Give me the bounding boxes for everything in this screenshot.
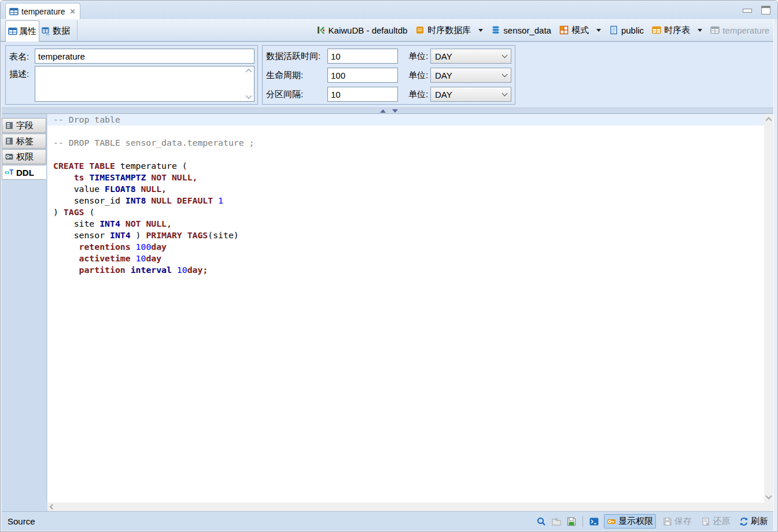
chevron-down-icon[interactable] xyxy=(698,29,702,32)
unit-label: 单位: xyxy=(408,89,430,100)
show-permissions-button[interactable]: 显示权限 xyxy=(604,514,656,529)
code-line: -- Drop table xyxy=(53,114,254,125)
key-icon xyxy=(5,152,14,161)
open-file-icon[interactable] xyxy=(551,516,562,527)
breadcrumb-schema[interactable]: public xyxy=(609,25,644,35)
table-icon xyxy=(9,7,19,16)
ddl-editor[interactable]: -- Drop table -- DROP TABLE sensor_data.… xyxy=(47,114,764,503)
partition-interval-label: 分区间隔: xyxy=(266,89,327,100)
app-window: temperature ✕ 属性 数据 KaiwuDB - defaultdb … xyxy=(0,0,778,532)
tab-data[interactable]: 数据 xyxy=(39,20,78,42)
save-label: 保存 xyxy=(674,516,692,527)
status-source-label: Source xyxy=(1,516,35,526)
breadcrumb-connection[interactable]: KaiwuDB - defaultdb xyxy=(316,25,408,35)
table-name-label: 表名: xyxy=(9,51,29,62)
code-line xyxy=(53,125,254,137)
scroll-down-icon[interactable] xyxy=(245,93,252,99)
rail-tab-tags[interactable]: 标签 xyxy=(2,134,46,149)
collapse-down-icon[interactable] xyxy=(392,109,398,113)
code-line: -- DROP TABLE sensor_data.temperature ; xyxy=(53,137,254,149)
search-icon[interactable] xyxy=(536,516,547,527)
minimize-icon[interactable] xyxy=(743,9,752,13)
description-textarea[interactable] xyxy=(35,66,255,102)
save-icon xyxy=(663,517,672,526)
breadcrumb-table[interactable]: temperature xyxy=(710,25,769,35)
scroll-up-icon[interactable] xyxy=(765,117,772,123)
active-time-unit-select[interactable]: DAY xyxy=(430,49,511,64)
tab-properties-label: 属性 xyxy=(19,26,36,37)
rail-tab-label: 权限 xyxy=(16,152,34,162)
view-tab-bar: 属性 数据 KaiwuDB - defaultdb 时序数据库 sensor_d… xyxy=(1,19,777,42)
breadcrumb-database[interactable]: sensor_data xyxy=(491,25,551,35)
refresh-icon xyxy=(739,517,748,526)
ddl-icon: ‹›T xyxy=(5,168,14,177)
refresh-label: 刷新 xyxy=(751,516,768,527)
chevron-down-icon[interactable] xyxy=(478,29,483,32)
tab-data-label: 数据 xyxy=(53,25,70,36)
close-icon[interactable]: ✕ xyxy=(69,8,75,16)
table-icon xyxy=(8,27,17,36)
chevron-down-icon xyxy=(502,53,508,58)
breadcrumb-schema-label: public xyxy=(621,25,644,35)
rail-tab-ddl[interactable]: ‹›T DDL xyxy=(2,165,46,180)
chevron-down-icon xyxy=(502,72,508,77)
rail-tab-label: 字段 xyxy=(16,120,34,131)
title-bar: temperature ✕ xyxy=(1,1,777,19)
permissions-key-icon xyxy=(607,517,616,526)
breadcrumb-schema-type[interactable]: 模式 xyxy=(559,25,601,36)
table-name-input[interactable]: temperature xyxy=(35,49,255,64)
divider xyxy=(582,516,583,527)
lifecycle-input[interactable]: 100 xyxy=(327,68,398,83)
breadcrumb-db-type-label: 时序数据库 xyxy=(427,25,471,36)
scroll-up-icon[interactable] xyxy=(245,68,252,75)
retention-group: 数据活跃时间: 10 单位: DAY 生命周期: 100 单位: DAY 分区间… xyxy=(262,45,515,105)
collapse-up-icon[interactable] xyxy=(380,109,386,113)
save-button[interactable]: 保存 xyxy=(661,515,694,528)
timeseries-db-icon xyxy=(415,25,425,35)
partition-interval-input[interactable]: 10 xyxy=(327,87,398,102)
name-desc-group: 表名: temperature 描述: xyxy=(5,45,258,105)
window-frame xyxy=(773,19,777,531)
columns-icon xyxy=(5,121,14,130)
partition-interval-unit-select[interactable]: DAY xyxy=(430,87,511,102)
rail-tab-label: 标签 xyxy=(16,136,34,147)
breadcrumb-db-type[interactable]: 时序数据库 xyxy=(415,25,483,36)
schema-icon xyxy=(559,25,569,35)
maximize-icon[interactable] xyxy=(761,6,770,14)
rail-tab-columns[interactable]: 字段 xyxy=(2,118,46,133)
scroll-down-icon[interactable] xyxy=(765,493,772,499)
splitter-sash[interactable] xyxy=(1,108,777,114)
kaiwudb-logo-icon xyxy=(316,25,326,35)
document-tab-temperature[interactable]: temperature ✕ xyxy=(5,3,80,19)
code-line: ) TAGS ( xyxy=(53,206,254,218)
scroll-left-icon[interactable] xyxy=(50,504,56,510)
code-line: partition interval 10day; xyxy=(53,264,254,276)
revert-button[interactable]: 还原 xyxy=(699,515,732,528)
horizontal-scrollbar[interactable] xyxy=(47,503,764,511)
breadcrumb-table-type[interactable]: 时序表 xyxy=(652,25,702,36)
unit-select-value: DAY xyxy=(435,51,452,61)
rail-tab-label: DDL xyxy=(16,168,34,178)
revert-label: 还原 xyxy=(713,516,730,527)
code-line xyxy=(53,149,254,160)
breadcrumb-table-type-label: 时序表 xyxy=(664,25,690,36)
section-rail: 字段 标签 权限 ‹›T DDL xyxy=(1,114,47,511)
breadcrumb-database-label: sensor_data xyxy=(503,25,551,35)
status-bar: Source 显示权限 保存 还原 刷新 xyxy=(1,511,777,531)
lifecycle-unit-select[interactable]: DAY xyxy=(430,68,511,83)
active-time-label: 数据活跃时间: xyxy=(266,51,327,62)
window-frame xyxy=(1,42,2,531)
save-to-file-icon[interactable] xyxy=(566,516,577,527)
unit-label: 单位: xyxy=(408,51,430,62)
chevron-down-icon[interactable] xyxy=(596,29,601,32)
breadcrumb-table-label: temperature xyxy=(722,25,769,35)
terminal-icon[interactable] xyxy=(589,516,599,527)
rail-tab-permissions[interactable]: 权限 xyxy=(2,149,46,164)
refresh-button[interactable]: 刷新 xyxy=(737,515,770,528)
textarea-scrollbar[interactable] xyxy=(244,67,253,101)
vertical-scrollbar[interactable] xyxy=(764,114,774,503)
active-time-input[interactable]: 10 xyxy=(327,49,398,64)
table-icon xyxy=(710,25,720,35)
tab-properties[interactable]: 属性 xyxy=(5,20,39,42)
timeseries-table-icon xyxy=(652,25,661,35)
